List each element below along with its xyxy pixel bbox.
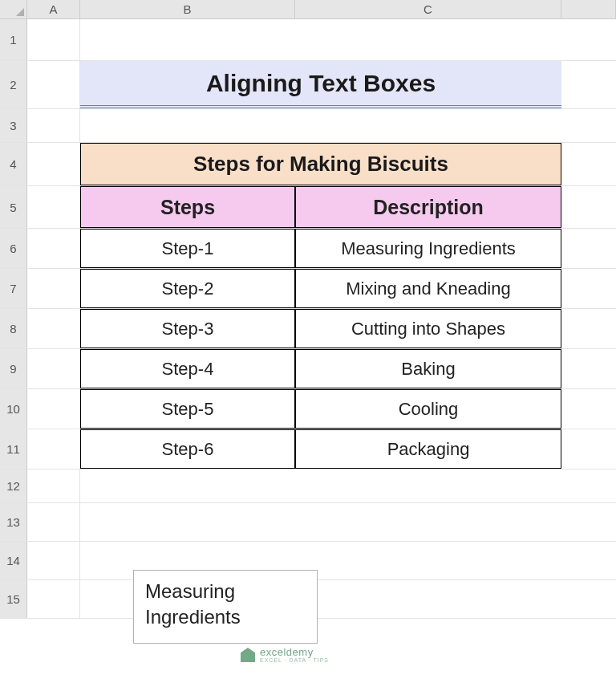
text-box-content: Measuring Ingredients [145,580,241,628]
cell-rest-5[interactable] [561,186,616,228]
row-header-10[interactable]: 10 [0,389,27,429]
table-row[interactable]: Step-2 [80,269,295,308]
column-header-rest [561,0,616,18]
cell-A5[interactable] [27,186,80,228]
spreadsheet-grid: A B C 1 2 Aligning Text Boxes 3 4 Steps … [0,0,616,619]
column-header-C[interactable]: C [295,0,561,18]
column-header-A[interactable]: A [27,0,80,18]
table-row[interactable]: Measuring Ingredients [295,229,561,268]
table-row[interactable]: Step-1 [80,229,295,268]
cell-rest-3[interactable] [561,109,616,142]
cell-A8[interactable] [27,309,80,348]
row-header-12[interactable]: 12 [0,469,27,502]
cell-A13[interactable] [27,503,80,541]
cell-rest-1[interactable] [561,19,616,60]
row-header-11[interactable]: 11 [0,429,27,469]
table-row[interactable]: Cutting into Shapes [295,309,561,348]
table-row[interactable]: Step-4 [80,349,295,388]
row-header-14[interactable]: 14 [0,542,27,579]
cell-C3[interactable] [295,109,561,142]
cell-B12[interactable] [80,469,295,502]
row-header-7[interactable]: 7 [0,269,27,308]
cell-B1[interactable] [80,19,295,60]
select-all-icon [16,8,24,16]
row-header-6[interactable]: 6 [0,229,27,268]
row-header-1[interactable]: 1 [0,19,27,60]
row-header-3[interactable]: 3 [0,109,27,142]
cell-A3[interactable] [27,109,80,142]
cell-rest-11[interactable] [561,429,616,469]
cell-C12[interactable] [295,469,561,502]
cell-rest-8[interactable] [561,309,616,348]
table-row[interactable]: Step-3 [80,309,295,348]
cell-rest-7[interactable] [561,269,616,308]
cell-rest-6[interactable] [561,229,616,268]
svg-marker-0 [16,8,24,16]
cell-rest-12[interactable] [561,469,616,502]
table-row[interactable]: Step-5 [80,389,295,429]
cell-C1[interactable] [295,19,561,60]
table-row[interactable]: Baking [295,349,561,388]
cell-C13[interactable] [295,503,561,541]
row-header-13[interactable]: 13 [0,503,27,541]
cell-rest-9[interactable] [561,349,616,388]
watermark: exceldemy EXCEL · DATA · TIPS [241,647,329,663]
cell-A7[interactable] [27,269,80,308]
row-header-4[interactable]: 4 [0,143,27,185]
text-box-shape[interactable]: Measuring Ingredients [133,570,318,644]
cell-rest-2[interactable] [561,61,616,108]
row-header-15[interactable]: 15 [0,580,27,618]
cell-C14[interactable] [295,542,561,579]
cell-B13[interactable] [80,503,295,541]
watermark-text-wrap: exceldemy EXCEL · DATA · TIPS [260,647,329,663]
table-header-steps[interactable]: Steps [80,186,295,228]
cell-A11[interactable] [27,429,80,469]
page-title[interactable]: Aligning Text Boxes [80,61,561,108]
select-all-corner[interactable] [0,0,27,18]
cell-A14[interactable] [27,542,80,579]
table-row[interactable]: Cooling [295,389,561,429]
row-header-8[interactable]: 8 [0,309,27,348]
cell-C15[interactable] [295,580,561,618]
watermark-tagline: EXCEL · DATA · TIPS [260,657,329,663]
row-header-5[interactable]: 5 [0,186,27,228]
table-title[interactable]: Steps for Making Biscuits [80,143,561,185]
watermark-brand: exceldemy [260,647,329,657]
table-row[interactable]: Step-6 [80,429,295,469]
cell-A12[interactable] [27,469,80,502]
table-row[interactable]: Mixing and Kneading [295,269,561,308]
cell-rest-14[interactable] [561,542,616,579]
table-header-description[interactable]: Description [295,186,561,228]
cell-B3[interactable] [80,109,295,142]
row-header-2[interactable]: 2 [0,61,27,108]
cell-rest-13[interactable] [561,503,616,541]
cell-A9[interactable] [27,349,80,388]
cell-A4[interactable] [27,143,80,185]
column-headers: A B C [0,0,616,19]
watermark-logo-icon [241,648,255,662]
cell-A10[interactable] [27,389,80,429]
cell-A2[interactable] [27,61,80,108]
column-header-B[interactable]: B [80,0,295,18]
cell-rest-4[interactable] [561,143,616,185]
table-row[interactable]: Packaging [295,429,561,469]
row-header-9[interactable]: 9 [0,349,27,388]
cell-rest-10[interactable] [561,389,616,429]
cell-A6[interactable] [27,229,80,268]
cell-A1[interactable] [27,19,80,60]
cell-rest-15[interactable] [561,580,616,618]
cell-A15[interactable] [27,580,80,618]
